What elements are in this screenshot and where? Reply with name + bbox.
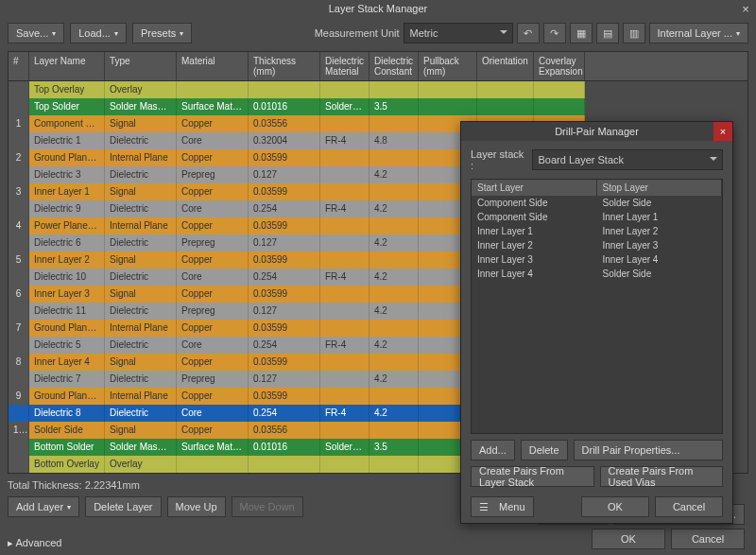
col-header[interactable]: Orientation — [477, 52, 534, 80]
col-header[interactable]: # — [9, 52, 29, 80]
cell[interactable] — [419, 98, 477, 115]
cell[interactable]: 0.03599 — [249, 320, 320, 337]
save-button[interactable]: Save...▾ — [8, 23, 64, 43]
list-item[interactable]: Component SideInner Layer 1 — [472, 210, 722, 224]
cell[interactable]: 0.32004 — [249, 132, 320, 149]
cell[interactable]: Core — [177, 337, 249, 354]
cell[interactable]: Copper — [177, 115, 249, 132]
dlg-ok-button[interactable]: OK — [581, 496, 649, 517]
cell[interactable]: FR-4 — [320, 132, 369, 149]
cell[interactable]: Copper — [177, 320, 249, 337]
cell[interactable]: 0.03556 — [249, 115, 320, 132]
measurement-combo[interactable]: Metric — [404, 23, 513, 43]
cell[interactable]: 4.2 — [369, 303, 419, 320]
cell[interactable]: Dielectric — [105, 132, 177, 149]
cell[interactable]: 0.127 — [249, 234, 320, 251]
cell[interactable]: 0.01016 — [249, 439, 320, 456]
presets-button[interactable]: Presets▾ — [132, 23, 192, 43]
cell[interactable]: 0.127 — [249, 303, 320, 320]
cell[interactable]: Prepreg — [177, 371, 249, 388]
cell[interactable]: Dielectric 11 — [29, 303, 105, 320]
redo-icon[interactable]: ↷ — [543, 23, 566, 43]
col-header[interactable]: Dielectric Material — [320, 52, 369, 80]
cell[interactable]: 4.2 — [369, 200, 419, 217]
cell[interactable]: Ground Plane 2 ... — [29, 320, 105, 337]
cell[interactable]: Copper — [177, 217, 249, 234]
cell[interactable]: Dielectric 7 — [29, 371, 105, 388]
cell[interactable] — [419, 81, 477, 98]
cell[interactable]: Overlay — [105, 81, 177, 98]
cell[interactable]: Copper — [177, 286, 249, 303]
add-layer-button[interactable]: Add Layer▾ — [8, 496, 79, 517]
table-row[interactable]: Top SolderSolder Mask/Co...Surface Mater… — [9, 98, 747, 115]
cell[interactable]: 4.2 — [369, 405, 419, 422]
list-item[interactable]: Inner Layer 1Inner Layer 2 — [472, 224, 722, 238]
advanced-toggle[interactable]: ▸ Advanced — [8, 537, 61, 549]
cell[interactable]: Copper — [177, 183, 249, 200]
cell[interactable] — [320, 251, 369, 269]
cell[interactable]: Signal — [105, 354, 177, 371]
stack-combo[interactable]: Board Layer Stack — [532, 149, 723, 170]
cell[interactable]: Internal Plane — [105, 149, 177, 166]
cell[interactable]: Dielectric — [105, 234, 177, 251]
cell[interactable] — [477, 81, 534, 98]
cell[interactable]: Dielectric 1 — [29, 132, 105, 149]
cell[interactable] — [177, 81, 249, 98]
cell[interactable]: FR-4 — [320, 269, 369, 286]
cell[interactable] — [534, 98, 585, 115]
cell[interactable] — [320, 354, 369, 371]
cell[interactable]: 0.03599 — [249, 149, 320, 166]
col-header[interactable]: Pullback (mm) — [419, 52, 477, 80]
list-item[interactable]: Inner Layer 2Inner Layer 3 — [472, 238, 722, 252]
col-header[interactable]: Type — [105, 52, 177, 80]
cell[interactable]: Prepreg — [177, 303, 249, 320]
cell[interactable]: Solder Resist — [320, 439, 369, 456]
cell[interactable]: FR-4 — [320, 405, 369, 422]
col-header[interactable]: Material — [177, 52, 249, 80]
cell[interactable]: Copper — [177, 422, 249, 439]
cell[interactable] — [177, 456, 249, 473]
cell[interactable]: Inner Layer 2 — [29, 251, 105, 269]
cell[interactable] — [320, 149, 369, 166]
col-header[interactable]: Thickness (mm) — [249, 52, 320, 80]
cell[interactable] — [369, 115, 419, 132]
cell[interactable] — [369, 217, 419, 234]
cell[interactable]: Surface Material — [177, 439, 249, 456]
cell[interactable]: 0.127 — [249, 371, 320, 388]
cell[interactable]: Dielectric 9 — [29, 200, 105, 217]
cell[interactable] — [369, 183, 419, 200]
cell[interactable] — [369, 354, 419, 371]
cell[interactable]: Internal Plane — [105, 217, 177, 234]
cell[interactable]: Dielectric 8 — [29, 405, 105, 422]
col-header[interactable]: Coverlay Expansion — [534, 52, 585, 80]
cell[interactable]: Dielectric — [105, 405, 177, 422]
cell[interactable]: Signal — [105, 422, 177, 439]
cell[interactable]: Surface Material — [177, 98, 249, 115]
from-vias-button[interactable]: Create Pairs From Used Vias — [600, 466, 724, 487]
cell[interactable]: Internal Plane — [105, 388, 177, 405]
cell[interactable] — [320, 388, 369, 405]
cell[interactable]: Overlay — [105, 456, 177, 473]
cell[interactable] — [369, 456, 419, 473]
move-up-button[interactable]: Move Up — [167, 496, 226, 517]
from-stack-button[interactable]: Create Pairs From Layer Stack — [471, 466, 594, 487]
cell[interactable] — [369, 81, 419, 98]
cell[interactable] — [320, 115, 369, 132]
cell[interactable]: FR-4 — [320, 337, 369, 354]
cell[interactable]: Ground Plane 2 ... — [29, 388, 105, 405]
cell[interactable]: 0.03599 — [249, 183, 320, 200]
close-icon[interactable]: × — [713, 122, 732, 141]
cell[interactable]: FR-4 — [320, 200, 369, 217]
delete-layer-button[interactable]: Delete Layer — [85, 496, 161, 517]
cell[interactable]: Copper — [177, 354, 249, 371]
cell[interactable]: 4.2 — [369, 269, 419, 286]
cell[interactable]: Dielectric 3 — [29, 166, 105, 183]
cell[interactable]: Dielectric 5 — [29, 337, 105, 354]
cell[interactable]: 0.03556 — [249, 422, 320, 439]
cancel-button[interactable]: Cancel — [671, 529, 745, 549]
cell[interactable]: Internal Plane — [105, 320, 177, 337]
cell[interactable] — [369, 251, 419, 269]
pair-props-button[interactable]: Drill Pair Properties... — [574, 440, 723, 460]
ok-button[interactable]: OK — [592, 529, 665, 549]
cell[interactable] — [320, 183, 369, 200]
